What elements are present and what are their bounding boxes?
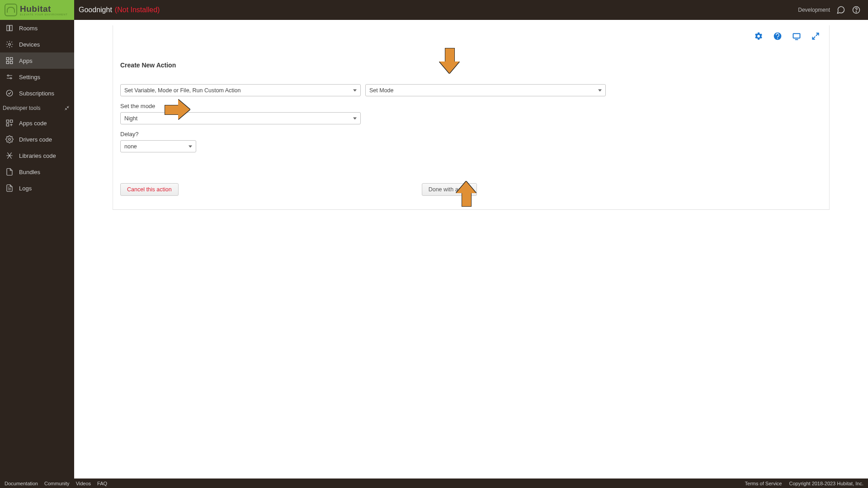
libraries-code-icon (5, 152, 14, 160)
page-title: Goodnight (79, 6, 112, 14)
footer-link-documentation[interactable]: Documentation (5, 481, 38, 486)
settings-icon (5, 73, 14, 81)
footer-link-videos[interactable]: Videos (76, 481, 91, 486)
svg-point-1 (856, 12, 856, 12)
sidebar-item-label: Apps code (19, 120, 47, 127)
select-value: Set Variable, Mode or File, Run Custom A… (124, 87, 241, 94)
select-value: none (124, 143, 137, 150)
gear-icon[interactable] (754, 32, 763, 41)
top-bar: Hubitat ELEVATE YOUR ENVIRONMENT Goodnig… (0, 0, 868, 20)
apps-icon (5, 57, 14, 65)
chevron-down-icon (189, 145, 192, 147)
svg-rect-8 (10, 62, 13, 64)
sidebar-item-label: Settings (19, 74, 40, 81)
sidebar-item-settings[interactable]: Settings (0, 69, 74, 85)
action-type-select[interactable]: Set Variable, Mode or File, Run Custom A… (120, 84, 361, 96)
drivers-code-icon (5, 135, 14, 143)
svg-rect-5 (6, 57, 9, 60)
annotation-arrow-3 (456, 180, 476, 207)
sidebar-item-drivers-code[interactable]: Drivers code (0, 131, 74, 147)
subscriptions-icon (5, 89, 14, 97)
sidebar-item-label: Devices (19, 41, 40, 48)
logo-tagline: ELEVATE YOUR ENVIRONMENT (20, 13, 67, 16)
svg-point-9 (8, 75, 9, 76)
dev-header-label: Developer tools (3, 105, 40, 111)
chevron-down-icon (353, 117, 357, 119)
collapse-icon (64, 105, 70, 111)
svg-rect-12 (6, 120, 9, 122)
select-value: Set Mode (369, 87, 394, 94)
help-circle-icon[interactable] (773, 32, 782, 41)
sidebar-item-apps[interactable]: Apps (0, 52, 74, 69)
sidebar-item-libraries-code[interactable]: Libraries code (0, 147, 74, 164)
page-title-area: Goodnight (Not Installed) (74, 6, 160, 14)
dev-label: Development (798, 7, 830, 13)
svg-point-4 (9, 43, 11, 46)
sidebar-item-logs[interactable]: Logs (0, 180, 74, 196)
svg-rect-7 (6, 62, 9, 64)
footer: Documentation Community Videos FAQ Terms… (0, 479, 868, 488)
logo-text: Hubitat (20, 4, 67, 14)
sidebar-item-label: Drivers code (19, 136, 52, 143)
chevron-down-icon (353, 89, 357, 91)
footer-link-community[interactable]: Community (44, 481, 70, 486)
sidebar-item-bundles[interactable]: Bundles (0, 164, 74, 180)
logo[interactable]: Hubitat ELEVATE YOUR ENVIRONMENT (0, 0, 74, 20)
delay-select[interactable]: none (120, 140, 196, 152)
mode-label: Set the mode (120, 103, 822, 109)
svg-point-10 (10, 78, 12, 79)
footer-copyright: Copyright 2018-2023 Hubitat, Inc. (789, 481, 864, 486)
device-icon[interactable] (792, 32, 801, 41)
mode-select[interactable]: Night (120, 112, 361, 124)
bundles-icon (5, 168, 14, 176)
svg-rect-6 (10, 57, 13, 60)
expand-icon[interactable] (811, 32, 820, 41)
sidebar-item-rooms[interactable]: Rooms (0, 20, 74, 36)
chevron-down-icon (598, 89, 602, 91)
svg-rect-3 (10, 25, 12, 31)
rooms-icon (5, 24, 14, 32)
sidebar-item-apps-code[interactable]: Apps code (0, 115, 74, 131)
help-icon[interactable] (852, 5, 861, 14)
svg-point-11 (6, 90, 13, 96)
sidebar-item-label: Apps (19, 57, 33, 64)
sidebar-dev-header[interactable]: Developer tools (0, 101, 74, 115)
logo-icon (5, 4, 17, 16)
sidebar-item-label: Logs (19, 185, 32, 192)
svg-rect-13 (10, 120, 13, 122)
sidebar: Rooms Devices Apps Settings Subscription… (0, 20, 74, 479)
svg-point-15 (9, 138, 11, 141)
annotation-arrow-2 (165, 99, 191, 119)
install-status: (Not Installed) (115, 6, 160, 14)
panel-heading: Create New Action (120, 62, 822, 69)
main-area: Create New Action Set Variable, Mode or … (74, 20, 868, 479)
chat-icon[interactable] (836, 5, 845, 14)
footer-link-faq[interactable]: FAQ (97, 481, 107, 486)
footer-tos[interactable]: Terms of Service (745, 481, 782, 486)
annotation-arrow-1 (439, 48, 459, 74)
sidebar-item-label: Libraries code (19, 152, 56, 159)
sidebar-item-label: Subscriptions (19, 90, 54, 97)
cancel-action-button[interactable]: Cancel this action (120, 183, 179, 196)
sub-action-select[interactable]: Set Mode (365, 84, 606, 96)
logs-icon (5, 184, 14, 192)
svg-rect-14 (6, 124, 9, 126)
devices-icon (5, 40, 14, 48)
select-value: Night (124, 115, 137, 122)
sidebar-item-label: Bundles (19, 169, 40, 175)
svg-rect-2 (7, 25, 9, 31)
sidebar-item-subscriptions[interactable]: Subscriptions (0, 85, 74, 101)
delay-label: Delay? (120, 131, 822, 137)
sidebar-item-label: Rooms (19, 25, 38, 32)
svg-rect-17 (793, 33, 800, 38)
apps-code-icon (5, 119, 14, 127)
sidebar-item-devices[interactable]: Devices (0, 36, 74, 52)
